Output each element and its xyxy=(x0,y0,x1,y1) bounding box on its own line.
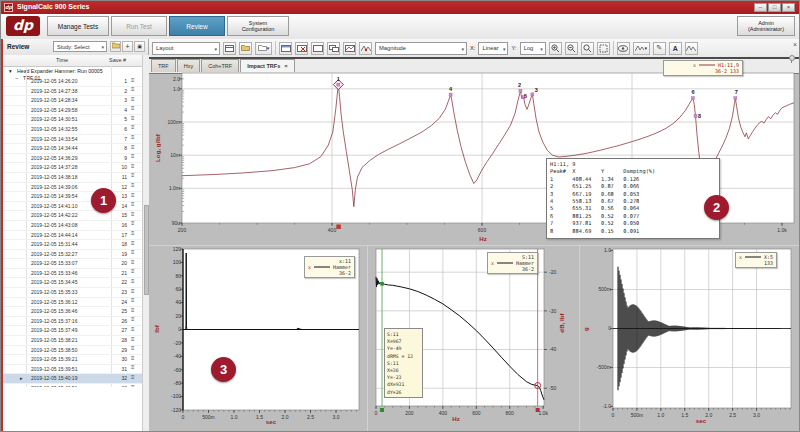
layout-select[interactable]: Layout▾ xyxy=(152,42,220,55)
tab-impact-trfs[interactable]: Impact TRFs× xyxy=(240,59,295,72)
list-item[interactable]: 2019-12-05 15:37:4927≡ xyxy=(1,326,142,336)
list-item[interactable]: 2019-12-05 14:37:2810≡ xyxy=(1,163,142,173)
row-menu-icon[interactable]: ≡ xyxy=(131,96,135,102)
list-item[interactable]: 2019-12-05 15:39:5131≡ xyxy=(1,365,142,375)
cursor-trace-icon[interactable] xyxy=(359,42,372,55)
row-menu-icon[interactable]: ≡ xyxy=(131,288,135,294)
chart-restore-icon[interactable] xyxy=(327,42,340,55)
legend-spec[interactable]: S:11x Hammer36-2 xyxy=(487,252,538,274)
nav-review[interactable]: Review xyxy=(169,16,225,36)
nav-run-test[interactable]: Run Test xyxy=(111,16,167,36)
row-menu-icon[interactable]: ≡ xyxy=(131,336,135,342)
list-item[interactable]: 2019-12-05 15:36:1224≡ xyxy=(1,298,142,308)
list-item[interactable]: 2019-12-05 15:33:0720≡ xyxy=(1,259,142,269)
row-menu-icon[interactable]: ≡ xyxy=(131,124,135,130)
nav-system-configuration[interactable]: System Configuration xyxy=(227,16,289,36)
list-item[interactable]: 2019-12-05 14:33:547≡ xyxy=(1,135,142,145)
harmonic-cursor-icon[interactable] xyxy=(685,42,698,55)
close-button[interactable]: × xyxy=(782,3,795,12)
column-time[interactable]: Time xyxy=(56,57,68,63)
maximize-button[interactable]: □ xyxy=(768,3,781,12)
user-button[interactable]: Admin (Administrator) xyxy=(737,16,795,36)
list-scrollbar[interactable] xyxy=(142,55,149,432)
row-menu-icon[interactable]: ≡ xyxy=(131,86,135,92)
minimize-button[interactable]: – xyxy=(754,3,767,12)
y-scale-select[interactable]: Log▾ xyxy=(520,42,546,55)
list-item[interactable]: 2019-12-05 14:27:382≡ xyxy=(1,87,142,97)
row-menu-icon[interactable]: ≡ xyxy=(131,326,135,332)
row-menu-icon[interactable]: ≡ xyxy=(131,230,135,236)
list-item[interactable]: 2019-12-05 14:42:2215≡ xyxy=(1,211,142,221)
row-menu-icon[interactable]: ≡ xyxy=(131,307,135,313)
zoom-box-icon[interactable] xyxy=(597,42,610,55)
peak-table[interactable]: H1:11, 9Peak# X Y Damping(%)1 408.44 1.3… xyxy=(546,158,720,239)
legend-force[interactable]: x:11x Hammer36-2 xyxy=(304,256,355,278)
list-item[interactable]: 2019-12-05 14:26:201≡ xyxy=(1,77,142,87)
list-item[interactable]: 2019-12-05 15:40:5133≡ xyxy=(1,384,142,387)
row-menu-icon[interactable]: ≡ xyxy=(131,77,135,83)
legend-trf[interactable]: x H1:11,936-2 133 xyxy=(663,60,743,76)
row-menu-icon[interactable]: ≡ xyxy=(131,134,135,140)
list-item[interactable]: 2019-12-05 14:41:1014≡ xyxy=(1,202,142,212)
row-menu-icon[interactable]: ≡ xyxy=(131,220,135,226)
row-menu-icon[interactable]: ≡ xyxy=(131,374,135,380)
row-menu-icon[interactable]: ≡ xyxy=(131,240,135,246)
row-menu-icon[interactable]: ≡ xyxy=(131,192,135,198)
row-menu-icon[interactable]: ≡ xyxy=(131,364,135,370)
list-item[interactable]: 2019-12-05 15:32:2719≡ xyxy=(1,250,142,260)
study-select[interactable]: Study: Select ▾ xyxy=(53,41,107,52)
list-item[interactable]: 2019-12-05 15:39:2130≡ xyxy=(1,355,142,365)
list-item[interactable]: 2019-12-05 15:38:5029≡ xyxy=(1,346,142,356)
row-menu-icon[interactable]: ≡ xyxy=(131,163,135,169)
layout-open-icon[interactable] xyxy=(239,42,252,55)
list-item[interactable]: 2019-12-05 14:39:0612≡ xyxy=(1,183,142,193)
add-icon[interactable]: + xyxy=(122,41,133,52)
row-menu-icon[interactable]: ≡ xyxy=(131,355,135,361)
list-item[interactable]: 2019-12-05 14:44:1417≡ xyxy=(1,231,142,241)
panel-close-icon[interactable]: × xyxy=(793,41,797,48)
pin-icon[interactable] xyxy=(789,55,795,61)
row-menu-icon[interactable]: ≡ xyxy=(131,172,135,178)
list-item[interactable]: 2019-12-05 14:30:515≡ xyxy=(1,115,142,125)
row-menu-icon[interactable]: ≡ xyxy=(131,182,135,188)
export-icon[interactable]: ▣ xyxy=(134,41,145,52)
row-menu-icon[interactable]: ≡ xyxy=(131,201,135,207)
list-item[interactable]: 2019-12-05 14:43:0816≡ xyxy=(1,221,142,231)
column-save[interactable]: Save # xyxy=(109,57,126,63)
list-item[interactable]: 2019-12-05 15:35:3323≡ xyxy=(1,288,142,298)
chart-delete-icon[interactable] xyxy=(295,42,308,55)
chart-resp-plot[interactable] xyxy=(613,249,791,408)
layout-new-icon[interactable] xyxy=(223,42,236,55)
list-item[interactable]: 2019-12-05 14:32:556≡ xyxy=(1,125,142,135)
layout-save-icon[interactable]: ▾ xyxy=(255,42,272,55)
text-label-icon[interactable]: A xyxy=(669,42,682,55)
cursor-readout[interactable]: S:11X=967Y=-49dRMS = 13S:11X=36Y=-23dX=9… xyxy=(384,328,423,398)
tree-expand-icon[interactable]: ▾ xyxy=(9,68,12,74)
row-menu-icon[interactable]: ≡ xyxy=(131,345,135,351)
nav-manage-tests[interactable]: Manage Tests xyxy=(47,16,109,36)
tab-close-icon[interactable]: × xyxy=(284,63,288,69)
tab-coh-trf[interactable]: Coh+TRF xyxy=(201,59,239,72)
list-item[interactable]: 2019-12-05 15:36:4625≡ xyxy=(1,307,142,317)
list-item[interactable]: 2019-12-05 14:36:299≡ xyxy=(1,154,142,164)
cursor-mode-icon[interactable]: ▾ xyxy=(633,42,650,55)
zoom-reset-icon[interactable] xyxy=(581,42,594,55)
chart-add-icon[interactable] xyxy=(279,42,292,55)
legend-resp[interactable]: x X:5133 xyxy=(735,252,777,268)
row-menu-icon[interactable]: ≡ xyxy=(131,249,135,255)
list-item[interactable]: 2019-12-05 14:38:1811≡ xyxy=(1,173,142,183)
row-menu-icon[interactable]: ≡ xyxy=(131,297,135,303)
list-item[interactable]: ▸2019-12-05 15:40:1932≡ xyxy=(1,374,142,384)
visibility-icon[interactable] xyxy=(617,42,630,55)
list-item[interactable]: 2019-12-05 15:33:4621≡ xyxy=(1,269,142,279)
annotate-icon[interactable]: ✎ xyxy=(653,42,666,55)
row-menu-icon[interactable]: ≡ xyxy=(131,153,135,159)
row-menu-icon[interactable]: ≡ xyxy=(131,105,135,111)
list-item[interactable]: 2019-12-05 15:37:1626≡ xyxy=(1,317,142,327)
magnitude-select[interactable]: Magnitude▾ xyxy=(375,42,467,55)
list-item[interactable]: 2019-12-05 14:39:5413≡ xyxy=(1,192,142,202)
chart-maximize-icon[interactable] xyxy=(311,42,324,55)
zoom-out-icon[interactable] xyxy=(565,42,578,55)
row-menu-icon[interactable]: ≡ xyxy=(131,316,135,322)
chart-overlay-icon[interactable] xyxy=(343,42,356,55)
